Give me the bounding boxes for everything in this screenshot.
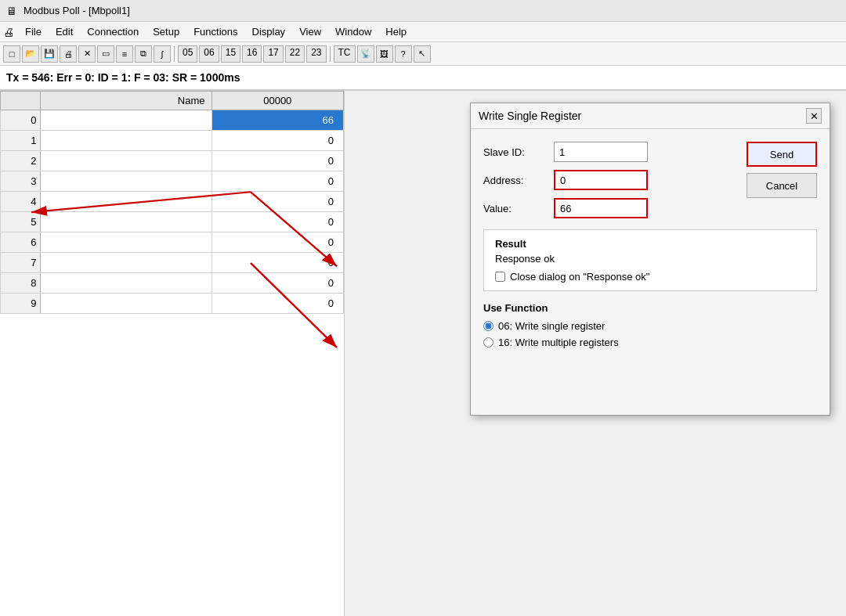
table-row[interactable]: 80 <box>1 273 344 294</box>
slave-id-label: Slave ID: <box>483 146 546 158</box>
address-input[interactable] <box>554 170 648 190</box>
menu-display[interactable]: Display <box>246 24 292 39</box>
row-value: 0 <box>212 232 343 253</box>
value-input[interactable] <box>554 198 648 218</box>
toolbar-btn-23[interactable]: 23 <box>306 45 326 63</box>
toolbar-help-btn[interactable]: ? <box>395 45 412 63</box>
row-value: 66 <box>212 110 343 131</box>
toolbar-btn-tc[interactable]: TC <box>334 45 356 63</box>
row-index: 8 <box>1 273 41 294</box>
toolbar-cursor-btn[interactable]: ↖ <box>414 45 431 63</box>
toolbar-image-btn[interactable]: 🖼 <box>376 45 393 63</box>
row-name <box>40 151 212 171</box>
address-row: Address: <box>483 170 734 190</box>
toolbar-new-btn[interactable]: □ <box>3 45 20 63</box>
radio-16[interactable] <box>483 337 494 348</box>
table-row[interactable]: 30 <box>1 171 344 192</box>
row-index: 7 <box>1 253 41 273</box>
menu-edit[interactable]: Edit <box>49 24 79 39</box>
dialog-close-button[interactable]: ✕ <box>806 108 822 124</box>
toolbar-save-btn[interactable]: 💾 <box>41 45 58 63</box>
value-label: Value: <box>483 203 546 214</box>
header-index-col <box>1 92 41 110</box>
table-row[interactable]: 50 <box>1 212 344 232</box>
toolbar-btn-22[interactable]: 22 <box>285 45 305 63</box>
close-dialog-checkbox[interactable] <box>495 272 505 282</box>
status-text: Tx = 546: Err = 0: ID = 1: F = 03: SR = … <box>6 71 240 84</box>
toolbar-copy-btn[interactable]: ⧉ <box>135 45 152 63</box>
row-name <box>40 110 212 131</box>
result-title: Result <box>495 238 805 250</box>
row-value: 0 <box>212 273 343 294</box>
row-name <box>40 232 212 253</box>
dialog-write-single-register: Write Single Register ✕ Slave ID: Addres… <box>470 103 830 416</box>
result-text: Response ok <box>495 253 805 265</box>
table-row[interactable]: 20 <box>1 151 344 171</box>
radio-06-label: 06: Write single register <box>498 320 605 332</box>
radio-function-06: 06: Write single register <box>483 320 817 332</box>
radio-function-16: 16: Write multiple registers <box>483 337 817 348</box>
toolbar-print-btn[interactable]: 🖨 <box>60 45 77 63</box>
table-row[interactable]: 10 <box>1 131 344 151</box>
row-value: 0 <box>212 171 343 192</box>
slave-id-row: Slave ID: <box>483 142 734 162</box>
row-index: 4 <box>1 192 41 212</box>
toolbar-lambda-btn[interactable]: ∫ <box>154 45 171 63</box>
use-function-title: Use Function <box>483 302 817 314</box>
row-value: 0 <box>212 131 343 151</box>
toolbar-minimize-btn[interactable]: ▭ <box>97 45 114 63</box>
row-name <box>40 253 212 273</box>
data-grid: Name 00000 066102030405060708090 <box>0 91 345 616</box>
menu-connection[interactable]: Connection <box>81 24 145 39</box>
row-index: 6 <box>1 232 41 253</box>
top-form-area: Slave ID: Address: Value: <box>483 142 817 226</box>
row-index: 9 <box>1 294 41 314</box>
dialog-title: Write Single Register <box>479 110 581 122</box>
toolbar-sep1 <box>174 46 175 62</box>
table-row[interactable]: 70 <box>1 253 344 273</box>
menu-functions[interactable]: Functions <box>187 24 244 39</box>
radio-06[interactable] <box>483 321 494 331</box>
row-name <box>40 294 212 314</box>
menu-file[interactable]: File <box>19 24 48 39</box>
row-value: 0 <box>212 192 343 212</box>
close-dialog-label: Close dialog on "Response ok" <box>510 271 649 283</box>
row-index: 3 <box>1 171 41 192</box>
menu-setup[interactable]: Setup <box>146 24 186 39</box>
table-row[interactable]: 60 <box>1 232 344 253</box>
row-name <box>40 192 212 212</box>
row-name <box>40 273 212 294</box>
row-value: 0 <box>212 151 343 171</box>
toolbar-monitor-btn[interactable]: 📡 <box>357 45 374 63</box>
send-button[interactable]: Send <box>747 142 817 167</box>
toolbar-list-btn[interactable]: ≡ <box>116 45 133 63</box>
address-label: Address: <box>483 175 546 186</box>
grid-body: 066102030405060708090 <box>1 110 344 314</box>
header-name-col: Name <box>40 92 212 110</box>
menu-view[interactable]: View <box>293 24 327 39</box>
toolbar-btn-17[interactable]: 17 <box>263 45 283 63</box>
app-icon: 🖥 <box>6 5 17 17</box>
title-bar-text: Modbus Poll - [Mbpoll1] <box>24 5 130 16</box>
header-value-col: 00000 <box>212 92 343 110</box>
cancel-button[interactable]: Cancel <box>747 173 817 198</box>
toolbar-btn-05[interactable]: 05 <box>178 45 197 63</box>
slave-id-input[interactable] <box>554 142 648 162</box>
left-form: Slave ID: Address: Value: <box>483 142 734 226</box>
menu-help[interactable]: Help <box>379 24 413 39</box>
value-row: Value: <box>483 198 734 218</box>
status-bar: Tx = 546: Err = 0: ID = 1: F = 03: SR = … <box>0 66 846 91</box>
menu-window[interactable]: Window <box>329 24 378 39</box>
table-row[interactable]: 90 <box>1 294 344 314</box>
table-row[interactable]: 066 <box>1 110 344 131</box>
toolbar-btn-06[interactable]: 06 <box>199 45 219 63</box>
toolbar-btn-16[interactable]: 16 <box>242 45 262 63</box>
table-row[interactable]: 40 <box>1 192 344 212</box>
result-group: Result Response ok Close dialog on "Resp… <box>483 229 817 291</box>
toolbar-open-btn[interactable]: 📂 <box>22 45 39 63</box>
close-dialog-row: Close dialog on "Response ok" <box>495 271 805 283</box>
row-index: 1 <box>1 131 41 151</box>
main-content: Name 00000 066102030405060708090 <box>0 91 846 616</box>
toolbar-delete-btn[interactable]: ✕ <box>78 45 96 63</box>
toolbar-btn-15[interactable]: 15 <box>221 45 240 63</box>
